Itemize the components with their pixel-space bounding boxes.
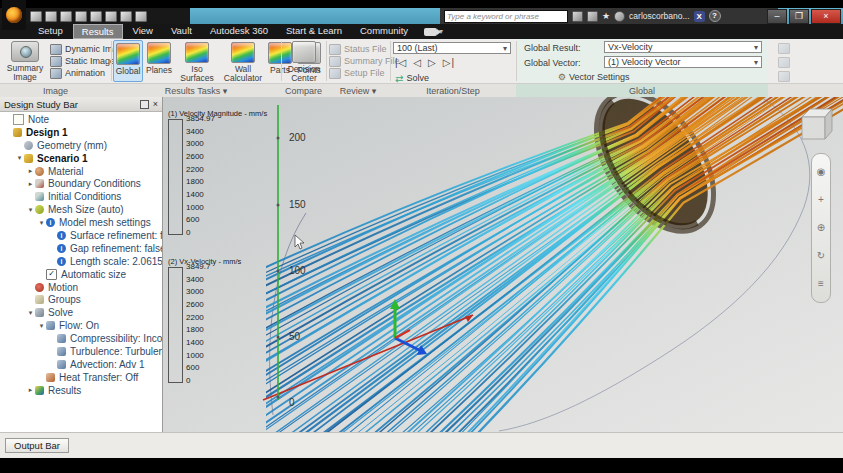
global-button[interactable]: Global [113, 40, 143, 82]
tree-item-model-mesh-settings[interactable]: ▾Model mesh settings [0, 216, 162, 229]
tree-item-initial-conditions[interactable]: Initial Conditions [0, 190, 162, 203]
tree-item-advection[interactable]: Advection: Adv 1 [0, 358, 162, 371]
print-icon[interactable] [135, 11, 147, 22]
tab-results[interactable]: Results [73, 24, 123, 39]
tree-item-motion[interactable]: Motion [0, 281, 162, 294]
legend-tick: 1800 [186, 178, 215, 186]
minimize-button[interactable]: – [767, 9, 787, 24]
expand-arrow[interactable]: ▾ [37, 219, 46, 227]
tree-item-mesh-size-auto-[interactable]: ▾Mesh Size (auto) [0, 203, 162, 216]
step-first-icon[interactable]: |◁ [395, 57, 407, 68]
expand-arrow[interactable]: ▾ [37, 322, 46, 330]
iteration-dropdown[interactable]: 100 (Last)▾ [393, 42, 511, 54]
tree-item-geometry-mm-[interactable]: Geometry (mm) [0, 139, 162, 152]
steering-wheels-icon[interactable]: ≡ [818, 279, 824, 289]
expand-arrow[interactable]: ▾ [15, 154, 24, 162]
output-bar-button[interactable]: Output Bar [5, 438, 69, 453]
global-result-dropdown[interactable]: Vx-Velocity▾ [604, 41, 762, 53]
ruler-label: 150 [289, 199, 306, 210]
ruler-label: 100 [289, 265, 306, 276]
save-icon[interactable] [60, 11, 72, 22]
expand-arrow[interactable]: ▸ [26, 180, 35, 188]
close-button[interactable]: × [811, 9, 841, 24]
open-icon[interactable] [45, 11, 57, 22]
navigation-wheel-icon[interactable]: ◉ [817, 167, 826, 177]
tree-item-length-scale[interactable]: Length scale: 2.06155 [0, 255, 162, 268]
tree-item-material[interactable]: ▸Material [0, 165, 162, 178]
search-input[interactable]: Type a keyword or phrase [444, 10, 568, 23]
tab-start-learn[interactable]: Start & Learn [278, 24, 350, 39]
summary-image-button[interactable]: Summary Image [4, 41, 46, 82]
step-back-icon[interactable]: ◁ [413, 57, 422, 68]
label: Groups [48, 294, 81, 305]
tree-item-design-1[interactable]: Design 1 [0, 126, 162, 139]
tree-item-flow[interactable]: ▾Flow: On [0, 319, 162, 332]
global-vector-dropdown[interactable]: (1) Velocity Vector▾ [604, 56, 762, 68]
tree-item-groups[interactable]: Groups [0, 293, 162, 306]
setup-file-button[interactable]: Setup File [329, 67, 400, 79]
signed-in-user[interactable]: carloscorbano... [629, 11, 689, 21]
viewport-canvas[interactable]: 200150100500 [163, 97, 843, 432]
ribbon: Summary Image Dynamic ImageStatic ImageA… [0, 39, 843, 98]
view-cube[interactable] [795, 103, 835, 143]
expand-arrow[interactable]: ▸ [26, 386, 35, 394]
tree-item-boundary-conditions[interactable]: ▸Boundary Conditions [0, 177, 162, 190]
expand-arrow[interactable]: ▸ [26, 167, 35, 175]
label: Status File [344, 44, 387, 54]
close-icon[interactable]: × [153, 101, 158, 108]
status-file-button[interactable]: Status File [329, 43, 400, 55]
pan-icon[interactable]: + [818, 195, 824, 205]
legend-vx-velocity[interactable]: (2) Vx-Velocity - mm/s 3849.734003000260… [168, 257, 264, 385]
tree-item-turbulence[interactable]: Turbulence: Turbulence [0, 345, 162, 358]
orbit-icon[interactable]: ↻ [817, 251, 825, 261]
label: Note [28, 114, 49, 125]
decision-center-button[interactable]: Decision Center [284, 41, 324, 83]
favorites-star-icon[interactable]: ★ [602, 12, 610, 21]
planes-button[interactable]: Planes [144, 40, 174, 82]
app-logo[interactable] [2, 0, 26, 30]
tab-vault[interactable]: Vault [163, 24, 200, 39]
video-tutorials-icon[interactable] [424, 28, 437, 36]
tree-item-note[interactable]: Note [0, 113, 162, 126]
vector-settings-button[interactable]: ⚙ Vector Settings [558, 71, 630, 83]
tree-item-compressibility[interactable]: Compressibility: Incompr... [0, 332, 162, 345]
restore-button[interactable]: ❐ [789, 9, 809, 24]
label: Gap refinement: false [70, 243, 162, 254]
tree-item-scenario-1[interactable]: ▾Scenario 1 [0, 152, 162, 165]
undo-icon[interactable] [105, 11, 117, 22]
expand-arrow[interactable]: ▾ [26, 206, 35, 214]
help-search-icon[interactable] [587, 11, 598, 22]
workspace-icon[interactable] [90, 11, 102, 22]
tree-item-heat-transfer[interactable]: Heat Transfer: Off [0, 371, 162, 384]
tree-item-surface-refinement[interactable]: Surface refinement: false [0, 229, 162, 242]
summary-file-button[interactable]: Summary File [329, 55, 400, 67]
help-icon[interactable]: ? [709, 10, 721, 22]
new-icon[interactable] [30, 11, 42, 22]
expand-arrow[interactable]: ▾ [26, 309, 35, 317]
tree-item-solve[interactable]: ▾Solve [0, 306, 162, 319]
tab-setup[interactable]: Setup [30, 24, 71, 39]
design-study-bar-header: Design Study Bar × [0, 97, 162, 112]
pin-icon[interactable] [140, 100, 149, 109]
tree-item-gap-refinement[interactable]: Gap refinement: false [0, 242, 162, 255]
redo-icon[interactable] [120, 11, 132, 22]
viewport[interactable]: 200150100500 (1) Velocity Magnitude - mm… [163, 97, 843, 432]
legend-velocity-magnitude[interactable]: (1) Velocity Magnitude - mm/s 3854.97340… [168, 109, 264, 237]
iso-surfaces-button[interactable]: Iso Surfaces [175, 40, 219, 82]
ribbon-tab-bar: SetupResultsViewVaultAutodesk 360Start &… [0, 24, 843, 39]
tab-autodesk-360[interactable]: Autodesk 360 [202, 24, 276, 39]
decision-center-icon [292, 41, 316, 63]
search-topics-icon[interactable] [572, 11, 583, 22]
save-as-icon[interactable] [75, 11, 87, 22]
tab-community[interactable]: Community [352, 24, 416, 39]
exchange-apps-icon[interactable]: X [694, 11, 705, 22]
tree-item-automatic-size[interactable]: Automatic size [0, 268, 162, 281]
wall-calculator-button[interactable]: Wall Calculator [220, 40, 266, 82]
zoom-icon[interactable]: ⊕ [817, 223, 825, 233]
step-forward-icon[interactable]: ▷ [428, 57, 437, 68]
navigation-bar[interactable]: ◉+⊕↻≡ [811, 153, 831, 303]
label: Geometry (mm) [37, 140, 107, 151]
step-last-icon[interactable]: ▷| [443, 57, 455, 68]
tab-view[interactable]: View [125, 24, 161, 39]
tree-item-results[interactable]: ▸Results [0, 384, 162, 397]
